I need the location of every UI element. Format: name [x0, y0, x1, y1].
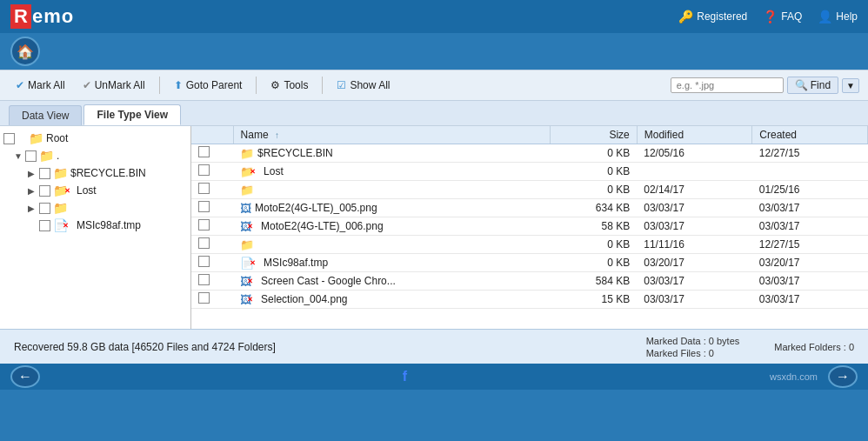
file-created: 03/03/17 — [752, 199, 868, 217]
tree-msic-checkbox[interactable] — [39, 220, 50, 231]
file-row-checkbox[interactable] — [198, 201, 210, 212]
file-row-checkbox[interactable] — [198, 292, 210, 304]
file-size: 0 KB — [551, 163, 637, 181]
file-modified — [637, 163, 752, 181]
status-marked-files: Marked Files : 0 — [646, 348, 740, 358]
facebook-icon[interactable]: f — [403, 369, 407, 384]
file-type-icon: 🖼✕ — [240, 293, 257, 306]
tab-data-view[interactable]: Data View — [9, 105, 82, 125]
table-row[interactable]: 📁✕Lost0 KB — [191, 163, 868, 181]
file-row-checkbox[interactable] — [198, 164, 210, 176]
file-created: 03/03/17 — [752, 272, 868, 291]
status-recovered: Recovered 59.8 GB data [46520 Files and … — [14, 341, 646, 353]
tab-file-type-view[interactable]: File Type View — [83, 104, 181, 125]
file-created: 03/20/17 — [752, 254, 868, 272]
file-type-icon: 📁 — [240, 238, 254, 251]
col-header-checkbox — [191, 126, 233, 144]
tree-root[interactable]: 📁 Root — [0, 130, 190, 147]
col-header-modified[interactable]: Modified — [637, 126, 752, 144]
tree-unnamed-folder[interactable]: ▶ 📁 — [0, 199, 190, 217]
table-row[interactable]: 📁0 KB11/11/1612/27/15 — [191, 236, 868, 254]
table-row[interactable]: 🖼✕Selection_004.png15 KB03/03/1703/03/17 — [191, 291, 868, 309]
forward-button[interactable]: → — [828, 365, 858, 388]
table-row[interactable]: 📁$RECYCLE.BIN0 KB12/05/1612/27/15 — [191, 144, 868, 163]
key-icon: 🔑 — [678, 10, 693, 23]
home-button[interactable]: 🏠 — [10, 37, 40, 66]
status-marked-data: Marked Data : 0 bytes — [646, 336, 740, 346]
folder-icon-lost: 📁✕ — [53, 184, 74, 197]
faq-btn[interactable]: ❓ FAQ — [763, 10, 802, 23]
tree-dot-expand: ▼ — [14, 151, 23, 161]
file-name-cell: 📁 — [240, 238, 544, 251]
file-table: Name ↑ Size Modified Created 📁$RECYCLE.B… — [191, 126, 868, 309]
file-size: 0 KB — [551, 254, 637, 272]
table-row[interactable]: 🖼✕MotoE2(4G-LTE)_006.png58 KB03/03/1703/… — [191, 217, 868, 236]
tree-recycle-bin[interactable]: ▶ 📁 $RECYCLE.BIN — [0, 164, 190, 182]
registered-btn[interactable]: 🔑 Registered — [678, 10, 747, 23]
file-modified: 12/05/16 — [637, 144, 752, 163]
registered-label: Registered — [697, 10, 747, 23]
tree-dot-checkbox[interactable] — [25, 150, 37, 162]
file-row-checkbox[interactable] — [198, 219, 210, 231]
tree-unnamed-checkbox[interactable] — [39, 203, 50, 214]
file-row-checkbox[interactable] — [198, 146, 210, 157]
file-name-cell: 🖼✕Screen Cast - Google Chro... — [240, 275, 544, 288]
file-size: 58 KB — [551, 217, 637, 236]
tree-msic[interactable]: 📄✕ MSIc98af.tmp — [0, 217, 190, 234]
tree-lost-label: Lost — [77, 184, 97, 197]
file-name-text: Lost — [264, 165, 284, 177]
table-row[interactable]: 📁0 KB02/14/1701/25/16 — [191, 181, 868, 199]
file-type-icon: 📄✕ — [240, 257, 260, 270]
file-type-icon: 🖼 — [240, 202, 251, 215]
search-input[interactable] — [671, 77, 784, 93]
file-name-text: MotoE2(4G-LTE)_006.png — [261, 220, 384, 232]
goto-parent-button[interactable]: ⬆ Goto Parent — [167, 77, 250, 94]
main-content: 📁 Root ▼ 📁 . ▶ 📁 $RECYCLE.BIN ▶ 📁✕ Lost … — [0, 126, 868, 329]
table-row[interactable]: 📄✕MSIc98af.tmp0 KB03/20/1703/20/17 — [191, 254, 868, 272]
file-name-text: Selection_004.png — [261, 293, 347, 305]
search-dropdown-arrow[interactable]: ▼ — [842, 78, 859, 93]
file-icon-msic: 📄✕ — [53, 218, 74, 232]
tree-lost[interactable]: ▶ 📁✕ Lost — [0, 182, 190, 199]
tree-msic-label: MSIc98af.tmp — [77, 219, 141, 231]
table-row[interactable]: 🖼✕Screen Cast - Google Chro...584 KB03/0… — [191, 272, 868, 291]
help-btn[interactable]: 👤 Help — [818, 10, 858, 23]
col-header-size[interactable]: Size — [551, 126, 637, 144]
tree-root-checkbox[interactable] — [3, 133, 15, 144]
file-modified: 03/03/17 — [637, 291, 752, 309]
file-modified: 02/14/17 — [637, 181, 752, 199]
mark-all-button[interactable]: ✔ Mark All — [9, 77, 72, 94]
separator-2 — [256, 77, 257, 94]
table-row[interactable]: 🖼MotoE2(4G-LTE)_005.png634 KB03/03/1703/… — [191, 199, 868, 217]
unmark-all-button[interactable]: ✔ UnMark All — [76, 77, 152, 94]
file-row-checkbox[interactable] — [198, 274, 210, 285]
file-row-checkbox[interactable] — [198, 256, 210, 267]
tree-lost-arrow: ▶ — [28, 186, 37, 196]
file-name-text: MSIc98af.tmp — [264, 257, 328, 269]
col-header-created[interactable]: Created — [752, 126, 868, 144]
file-name-text: MotoE2(4G-LTE)_005.png — [255, 202, 377, 214]
file-name-text: $RECYCLE.BIN — [257, 147, 333, 159]
file-modified: 03/20/17 — [637, 254, 752, 272]
find-button[interactable]: 🔍 Find — [787, 77, 838, 94]
status-bar: Recovered 59.8 GB data [46520 Files and … — [0, 329, 868, 364]
file-type-icon: 📁✕ — [240, 165, 260, 178]
file-created: 01/25/16 — [752, 181, 868, 199]
file-size: 584 KB — [551, 272, 637, 291]
person-icon: 👤 — [818, 10, 832, 23]
header-actions: 🔑 Registered ❓ FAQ 👤 Help — [678, 10, 858, 23]
file-created — [752, 163, 868, 181]
file-row-checkbox[interactable] — [198, 237, 210, 249]
show-all-button[interactable]: ☑ Show All — [330, 77, 397, 94]
back-button[interactable]: ← — [10, 365, 40, 388]
file-name-cell: 📁✕Lost — [240, 165, 544, 178]
file-name-cell: 🖼✕MotoE2(4G-LTE)_006.png — [240, 220, 544, 233]
tools-button[interactable]: ⚙ Tools — [264, 77, 315, 94]
file-name-cell: 🖼✕Selection_004.png — [240, 293, 544, 306]
tree-recycle-checkbox[interactable] — [39, 168, 50, 179]
tree-lost-checkbox[interactable] — [39, 185, 50, 197]
tree-dot[interactable]: ▼ 📁 . — [0, 147, 190, 164]
col-header-name[interactable]: Name ↑ — [233, 126, 551, 144]
file-row-checkbox[interactable] — [198, 183, 210, 194]
tab-bar: Data View File Type View — [0, 101, 868, 126]
